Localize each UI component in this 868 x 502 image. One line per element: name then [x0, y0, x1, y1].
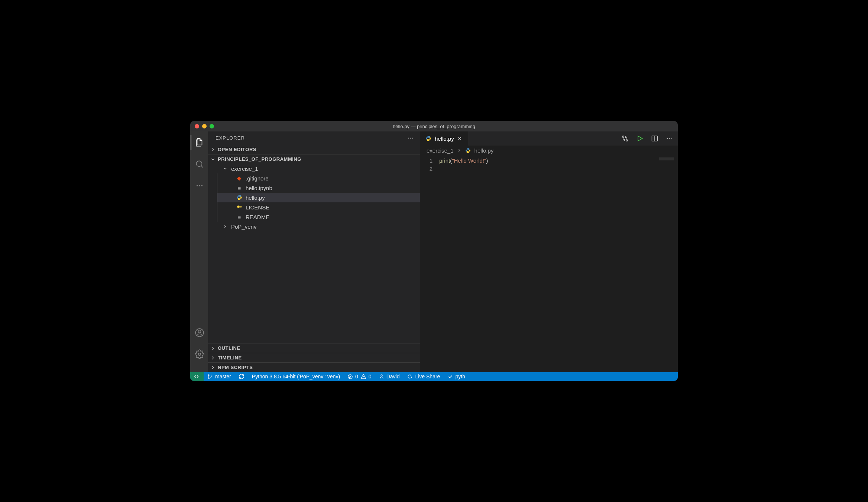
close-tab-button[interactable] — [457, 136, 464, 141]
compare-changes-button[interactable] — [621, 135, 629, 142]
line-number: 1 — [420, 157, 433, 165]
user-button[interactable]: David — [375, 372, 404, 381]
svg-point-14 — [669, 138, 670, 139]
notebook-icon: ≡ — [236, 185, 243, 191]
tree-folder-exercise1[interactable]: exercise_1 — [208, 164, 420, 173]
explorer-activity[interactable] — [191, 135, 208, 150]
error-icon — [347, 374, 353, 379]
sidebar-more-button[interactable] — [407, 135, 414, 141]
tree-folder-popvenv[interactable]: PoP_venv — [208, 222, 420, 231]
branch-button[interactable]: master — [204, 372, 235, 381]
window-controls — [190, 124, 214, 128]
status-bar: master Python 3.8.5 64-bit ('PoP_venv': … — [190, 372, 678, 381]
minimap[interactable] — [659, 157, 674, 160]
code-editor[interactable]: 1 2 print("Hello World!") — [420, 155, 678, 372]
sync-icon — [239, 374, 244, 379]
files-icon — [195, 138, 204, 147]
split-icon — [651, 135, 658, 142]
breadcrumb[interactable]: exercise_1 hello.py — [420, 146, 678, 155]
liveshare-button[interactable]: Live Share — [403, 372, 444, 381]
svg-point-15 — [671, 138, 671, 139]
timeline-label: TIMELINE — [218, 355, 242, 361]
chevron-right-icon — [210, 147, 216, 152]
file-label: hello.ipynb — [246, 185, 272, 191]
token-punct: ) — [486, 157, 488, 164]
window-title: hello.py — principles_of_programming — [190, 124, 678, 129]
close-window-button[interactable] — [195, 124, 199, 128]
svg-point-5 — [198, 330, 201, 333]
svg-point-7 — [408, 137, 409, 138]
svg-point-18 — [211, 375, 212, 376]
svg-point-11 — [626, 140, 628, 141]
line-gutter: 1 2 — [420, 157, 439, 372]
outline-section[interactable]: OUTLINE — [208, 343, 420, 353]
svg-point-9 — [412, 137, 413, 138]
remote-icon — [194, 374, 200, 379]
sidebar: EXPLORER OPEN EDITORS PRINCIPLES_OF_PROG… — [208, 131, 420, 372]
chevron-right-icon — [457, 148, 462, 153]
folder-label: PoP_venv — [231, 224, 256, 230]
user-label: David — [386, 374, 400, 379]
split-editor-button[interactable] — [651, 135, 658, 142]
timeline-section[interactable]: TIMELINE — [208, 353, 420, 362]
more-activity[interactable] — [191, 178, 208, 193]
editor-actions — [621, 131, 678, 146]
titlebar[interactable]: hello.py — principles_of_programming — [190, 121, 678, 131]
tree-file-readme[interactable]: ≡ README — [217, 212, 420, 222]
interpreter-label: Python 3.8.5 64-bit ('PoP_venv': venv) — [252, 374, 340, 379]
svg-point-16 — [208, 374, 209, 375]
editor-tabs: hello.py — [420, 131, 678, 146]
open-editors-label: OPEN EDITORS — [218, 147, 256, 152]
liveshare-label: Live Share — [415, 374, 440, 379]
search-activity[interactable] — [191, 157, 208, 172]
zoom-window-button[interactable] — [210, 124, 214, 128]
accounts-activity[interactable] — [191, 325, 208, 340]
vscode-window: hello.py — principles_of_programming — [190, 121, 678, 381]
token-function: print — [439, 157, 450, 164]
minimize-window-button[interactable] — [202, 124, 207, 128]
interpreter-button[interactable]: Python 3.8.5 64-bit ('PoP_venv': venv) — [248, 372, 344, 381]
sidebar-header: EXPLORER — [208, 131, 420, 144]
git-branch-icon — [207, 374, 213, 379]
token-string: "Hello World!" — [452, 157, 486, 164]
workspace-section[interactable]: PRINCIPLES_OF_PROGRAMMING — [208, 154, 420, 164]
tab-hellopy[interactable]: hello.py — [420, 131, 468, 146]
ellipsis-icon — [666, 135, 673, 142]
tree-file-hellopy[interactable]: hello.py — [217, 193, 420, 202]
check-icon — [447, 374, 453, 379]
svg-point-13 — [667, 138, 668, 139]
remote-button[interactable] — [190, 372, 204, 381]
breadcrumb-folder: exercise_1 — [427, 147, 454, 154]
open-editors-section[interactable]: OPEN EDITORS — [208, 144, 420, 154]
svg-point-10 — [622, 136, 624, 137]
tree-file-license[interactable]: LICENSE — [217, 202, 420, 212]
outline-label: OUTLINE — [218, 345, 240, 351]
chevron-down-icon — [222, 166, 228, 171]
search-icon — [195, 159, 204, 169]
npm-scripts-section[interactable]: NPM SCRIPTS — [208, 362, 420, 372]
gear-icon — [195, 349, 204, 359]
python-icon — [425, 136, 432, 141]
more-editor-button[interactable] — [666, 135, 673, 142]
line-number: 2 — [420, 165, 433, 173]
problems-button[interactable]: 0 0 — [344, 372, 375, 381]
ellipsis-icon — [195, 182, 204, 190]
svg-point-1 — [197, 185, 198, 186]
sync-button[interactable] — [235, 372, 248, 381]
file-label: LICENSE — [246, 204, 269, 211]
tree-file-gitignore[interactable]: ◆ .gitignore — [217, 173, 420, 183]
language-label: pyth — [455, 374, 465, 379]
file-label: .gitignore — [246, 175, 269, 182]
activity-bar — [190, 131, 208, 372]
svg-point-3 — [201, 185, 203, 186]
run-button[interactable] — [636, 135, 644, 142]
settings-activity[interactable] — [191, 347, 208, 362]
svg-point-0 — [196, 161, 202, 166]
language-status-button[interactable]: pyth — [444, 372, 469, 381]
svg-point-20 — [381, 375, 382, 376]
tree-file-ipynb[interactable]: ≡ hello.ipynb — [217, 183, 420, 193]
liveshare-icon — [407, 374, 413, 379]
svg-point-17 — [208, 378, 209, 379]
npm-label: NPM SCRIPTS — [218, 365, 253, 370]
workspace-label: PRINCIPLES_OF_PROGRAMMING — [218, 156, 301, 162]
